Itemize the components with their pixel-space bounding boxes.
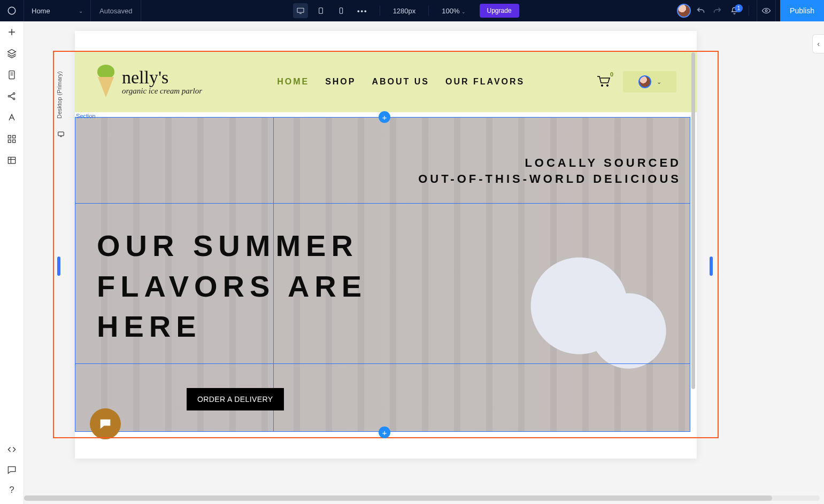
divider [749, 5, 749, 16]
page-icon [6, 69, 17, 80]
code-button[interactable] [5, 443, 18, 456]
user-avatar[interactable] [677, 4, 691, 18]
site-styles-button[interactable] [5, 90, 18, 103]
zoom-selector[interactable]: 100%⌄ [437, 7, 469, 15]
svg-rect-3 [340, 8, 342, 14]
add-section-top-button[interactable]: + [379, 111, 390, 123]
preview-button[interactable] [757, 0, 776, 21]
notifications-button[interactable]: 1 [727, 6, 741, 15]
svg-point-6 [8, 95, 10, 97]
table-icon [6, 155, 17, 166]
upgrade-button[interactable]: Upgrade [480, 4, 519, 18]
app-horizontal-scrollbar[interactable] [24, 495, 820, 501]
top-bar: Home ⌄ Autosaved ••• 1280px 100%⌄ Upgrad… [0, 0, 824, 21]
plus-icon [6, 27, 17, 37]
page-selector-label: Home [32, 7, 50, 15]
app-logo[interactable] [0, 0, 24, 21]
device-mobile-button[interactable] [334, 3, 349, 18]
notification-badge: 1 [735, 4, 743, 12]
share-nodes-icon [6, 91, 17, 102]
apps-button[interactable] [5, 133, 18, 145]
pages-button[interactable] [5, 68, 18, 81]
breakpoint-device-icon [57, 130, 65, 138]
theme-button[interactable] [5, 111, 18, 124]
publish-button[interactable]: Publish [780, 0, 824, 21]
divider [428, 5, 429, 16]
font-icon [6, 112, 17, 123]
selection-outline [53, 51, 719, 438]
device-tablet-button[interactable] [313, 3, 328, 18]
viewport-size[interactable]: 1280px [389, 7, 420, 15]
comments-button[interactable] [5, 463, 18, 476]
breakpoint-label: Desktop (Primary) [56, 61, 63, 128]
collapse-inspector-tab[interactable]: ‹ [812, 34, 824, 53]
wix-logo-icon [7, 6, 17, 15]
add-elements-button[interactable] [5, 26, 18, 38]
device-desktop-button[interactable] [293, 3, 308, 18]
svg-rect-13 [8, 157, 15, 164]
zoom-value: 100% [442, 7, 459, 15]
undo-icon [695, 5, 707, 17]
chevron-left-icon: ‹ [817, 40, 820, 48]
chevron-down-icon: ⌄ [461, 9, 466, 14]
svg-rect-11 [8, 140, 11, 143]
tablet-icon [317, 6, 325, 15]
code-icon [6, 444, 17, 455]
svg-rect-16 [58, 132, 64, 136]
eye-icon [761, 6, 771, 15]
svg-rect-2 [319, 8, 323, 14]
canvas-resize-handle-right[interactable] [710, 257, 713, 276]
svg-point-8 [13, 98, 15, 99]
canvas-resize-handle-left[interactable] [57, 257, 60, 276]
save-status: Autosaved [91, 0, 141, 21]
chevron-down-icon: ⌄ [79, 8, 83, 14]
svg-rect-10 [13, 135, 16, 138]
svg-point-0 [8, 7, 16, 14]
svg-rect-1 [297, 8, 304, 12]
editor-stage[interactable]: ‹ nelly's organic ice cream parlor HOME … [24, 21, 824, 492]
divider [380, 5, 380, 16]
grid-icon [6, 134, 17, 144]
svg-rect-12 [13, 140, 16, 143]
undo-button[interactable] [695, 5, 707, 17]
selection-label: Section [76, 113, 96, 119]
layers-button[interactable] [5, 47, 18, 60]
svg-point-7 [13, 92, 15, 94]
redo-icon [711, 5, 723, 17]
svg-point-4 [765, 10, 767, 12]
help-button[interactable]: ? [5, 484, 18, 497]
svg-rect-9 [8, 135, 11, 138]
topbar-right: 1 Publish [671, 0, 824, 21]
left-rail: ? [0, 21, 24, 504]
redo-button[interactable] [711, 5, 723, 17]
page-selector[interactable]: Home ⌄ [24, 0, 91, 21]
add-section-bottom-button[interactable]: + [379, 427, 390, 438]
scrollbar-thumb[interactable] [24, 495, 772, 501]
layers-icon [6, 48, 17, 59]
cms-button[interactable] [5, 154, 18, 167]
mobile-icon [337, 6, 345, 15]
desktop-icon [296, 6, 305, 15]
chat-icon [6, 464, 17, 475]
more-devices-button[interactable]: ••• [354, 7, 371, 15]
topbar-center: ••• 1280px 100%⌄ Upgrade [293, 3, 519, 18]
